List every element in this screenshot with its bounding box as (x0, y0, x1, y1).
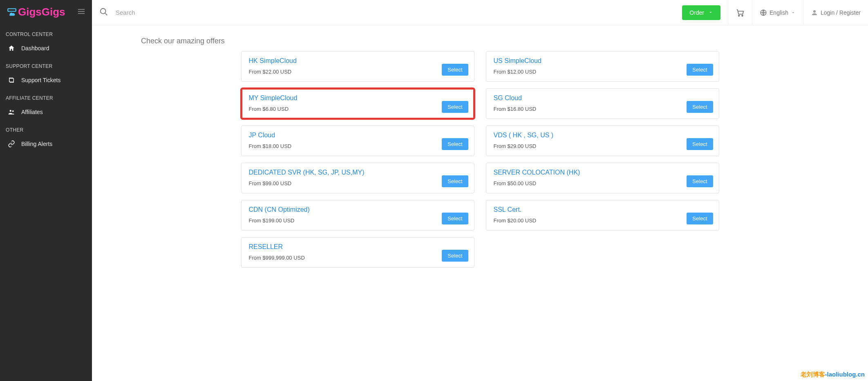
section-label: CONTROL CENTER (0, 24, 92, 40)
svg-point-2 (12, 110, 14, 112)
divider (803, 0, 803, 25)
divider (728, 0, 728, 25)
chevron-down-icon (708, 9, 713, 16)
offer-title[interactable]: US SimpleCloud (494, 57, 711, 65)
select-button[interactable]: Select (442, 64, 468, 76)
select-button[interactable]: Select (442, 175, 468, 187)
offer-title[interactable]: SSL Cert. (494, 206, 711, 213)
select-button[interactable]: Select (687, 213, 713, 224)
sidebar-item-support-tickets[interactable]: Support Tickets (0, 72, 92, 88)
offer-price: From $50.00 USD (494, 180, 711, 186)
topbar: Order English Login / Register (92, 0, 868, 25)
language-selector[interactable]: English (760, 9, 796, 16)
offer-title[interactable]: VDS ( HK , SG, US ) (494, 132, 711, 139)
select-button[interactable]: Select (687, 175, 713, 187)
offer-title[interactable]: DEDICATED SVR (HK, SG, JP, US,MY) (249, 169, 467, 176)
offer-price: From $199.00 USD (249, 217, 467, 224)
cart-button[interactable] (736, 8, 745, 17)
svg-point-4 (738, 15, 740, 16)
language-label: English (770, 9, 788, 16)
offer-card: CDN (CN Optimized)From $199.00 USDSelect (241, 200, 474, 231)
watermark: 老刘博客-laoliublog.cn (801, 371, 865, 379)
select-button[interactable]: Select (442, 213, 468, 224)
select-button[interactable]: Select (442, 138, 468, 150)
offer-card: MY SimpleCloudFrom $6.80 USDSelect (241, 88, 474, 119)
svg-point-7 (813, 10, 816, 13)
offer-card: SG CloudFrom $16.80 USDSelect (486, 88, 719, 119)
search-icon[interactable] (99, 7, 108, 18)
main-area: Order English Login / Register Check our… (92, 0, 868, 381)
offer-price: From $12.00 USD (494, 69, 711, 75)
sidebar-section: CONTROL CENTER Dashboard (0, 24, 92, 56)
offer-card: HK SimpleCloudFrom $22.00 USDSelect (241, 51, 474, 82)
offer-title[interactable]: JP Cloud (249, 132, 467, 139)
offer-card: SSL Cert.From $20.00 USDSelect (486, 200, 719, 231)
offer-title[interactable]: SERVER COLOCATION (HK) (494, 169, 711, 176)
sidebar-item-billing-alerts[interactable]: Billing Alerts (0, 136, 92, 152)
search-container (99, 7, 682, 18)
select-button[interactable]: Select (687, 138, 713, 150)
offer-card: US SimpleCloudFrom $12.00 USDSelect (486, 51, 719, 82)
offer-price: From $16.80 USD (494, 106, 711, 112)
search-input[interactable] (116, 9, 238, 16)
chevron-down-icon (791, 10, 796, 15)
svg-point-3 (101, 8, 106, 13)
offer-price: From $29.00 USD (494, 143, 711, 149)
people-icon (7, 108, 16, 116)
page-title: Check our amazing offers (141, 37, 843, 45)
login-label: Login / Register (821, 9, 861, 16)
offer-title[interactable]: MY SimpleCloud (249, 94, 467, 102)
sidebar-item-label: Affiliates (21, 109, 43, 115)
offer-price: From $6.80 USD (249, 106, 467, 112)
sidebar: GigsGigs CONTROL CENTER Dashboard SUPPOR… (0, 0, 92, 381)
divider (752, 0, 752, 25)
sidebar-section: AFFILIATE CENTER Affiliates (0, 88, 92, 120)
offer-card: VDS ( HK , SG, US )From $29.00 USDSelect (486, 126, 719, 156)
offer-price: From $22.00 USD (249, 69, 467, 75)
svg-rect-0 (8, 9, 16, 11)
offer-price: From $99.00 USD (249, 180, 467, 186)
order-button[interactable]: Order (682, 5, 720, 20)
offer-card: JP CloudFrom $18.00 USDSelect (241, 126, 474, 156)
home-icon (7, 45, 16, 52)
menu-toggle-icon[interactable] (77, 7, 85, 17)
offer-price: From $999,999.00 USD (249, 255, 467, 261)
offer-price: From $18.00 USD (249, 143, 467, 149)
brand-logo: GigsGigs (7, 6, 65, 18)
sidebar-item-label: Billing Alerts (21, 141, 52, 147)
order-button-label: Order (689, 9, 704, 16)
offer-title[interactable]: SG Cloud (494, 94, 711, 102)
content: Check our amazing offers HK SimpleCloudF… (92, 25, 868, 279)
sidebar-header: GigsGigs (0, 0, 92, 24)
sidebar-item-label: Support Tickets (21, 77, 61, 83)
offer-title[interactable]: CDN (CN Optimized) (249, 206, 467, 213)
select-button[interactable]: Select (687, 64, 713, 76)
svg-point-1 (10, 110, 12, 112)
offers-grid: HK SimpleCloudFrom $22.00 USDSelectUS Si… (241, 51, 719, 268)
ticket-icon (7, 76, 16, 84)
section-label: AFFILIATE CENTER (0, 88, 92, 104)
offer-price: From $20.00 USD (494, 217, 711, 224)
offer-card: SERVER COLOCATION (HK)From $50.00 USDSel… (486, 163, 719, 193)
sidebar-item-label: Dashboard (21, 45, 49, 52)
section-label: SUPPORT CENTER (0, 56, 92, 72)
link-icon (7, 140, 16, 148)
sidebar-item-dashboard[interactable]: Dashboard (0, 40, 92, 56)
sidebar-section: OTHER Billing Alerts (0, 120, 92, 152)
section-label: OTHER (0, 120, 92, 136)
svg-point-5 (742, 15, 743, 16)
login-register-button[interactable]: Login / Register (811, 9, 861, 16)
select-button[interactable]: Select (442, 250, 468, 262)
sidebar-section: SUPPORT CENTER Support Tickets (0, 56, 92, 88)
select-button[interactable]: Select (442, 101, 468, 113)
cloud-server-icon (7, 7, 17, 18)
offer-card: RESELLERFrom $999,999.00 USDSelect (241, 237, 474, 268)
offer-title[interactable]: HK SimpleCloud (249, 57, 467, 65)
sidebar-item-affiliates[interactable]: Affiliates (0, 104, 92, 120)
offer-card: DEDICATED SVR (HK, SG, JP, US,MY)From $9… (241, 163, 474, 193)
select-button[interactable]: Select (687, 101, 713, 113)
offer-title[interactable]: RESELLER (249, 243, 467, 251)
